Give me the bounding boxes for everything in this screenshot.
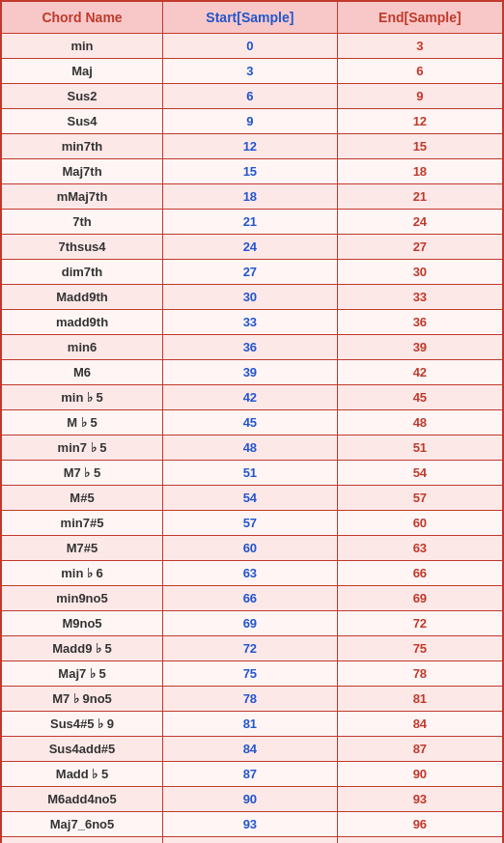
table-row: mMaj7th1821	[1, 184, 503, 210]
table-row: M7#56063	[1, 536, 503, 561]
chord-name-cell: Sus4add#5	[1, 737, 163, 762]
end-sample-cell: 12	[337, 109, 503, 134]
start-sample-cell: 48	[163, 436, 338, 461]
table-row: M ♭ 54548	[1, 410, 503, 436]
table-row: M6add4no59093	[1, 787, 503, 812]
start-sample-cell: 15	[163, 159, 338, 184]
chord-name-cell: 7thsus4	[1, 235, 163, 260]
end-sample-cell: 21	[337, 184, 503, 210]
chord-name-cell: min7th	[1, 134, 163, 159]
chord-name-cell: min6	[1, 335, 163, 360]
chord-name-cell: min7#5	[1, 511, 163, 536]
table-row: Maj9no59699	[1, 837, 503, 844]
chord-name-cell: M7#5	[1, 536, 163, 561]
end-sample-cell: 87	[337, 737, 503, 762]
start-sample-cell: 3	[163, 59, 338, 84]
table-row: madd9th3336	[1, 310, 503, 335]
end-sample-cell: 18	[337, 159, 503, 184]
chord-name-cell: Maj7_6no5	[1, 812, 163, 837]
chord-name-cell: min ♭ 5	[1, 385, 163, 410]
chord-name-cell: Madd9th	[1, 285, 163, 310]
end-sample-cell: 33	[337, 285, 503, 310]
table-row: Sus4912	[1, 109, 503, 134]
start-sample-cell: 87	[163, 762, 338, 787]
end-sample-cell: 66	[337, 561, 503, 586]
start-sample-cell: 66	[163, 586, 338, 611]
chord-name-cell: Maj	[1, 59, 163, 84]
table-row: M7 ♭ 55154	[1, 461, 503, 486]
table-row: 7th2124	[1, 210, 503, 235]
end-sample-cell: 63	[337, 536, 503, 561]
end-sample-cell: 93	[337, 787, 503, 812]
end-sample-cell: 81	[337, 687, 503, 712]
chord-name-cell: Sus4#5 ♭ 9	[1, 712, 163, 737]
table-row: Madd9 ♭ 57275	[1, 636, 503, 661]
chord-name-cell: M7 ♭ 9no5	[1, 687, 163, 712]
table-row: Madd9th3033	[1, 285, 503, 310]
start-sample-cell: 6	[163, 84, 338, 109]
chord-name-cell: Maj7th	[1, 159, 163, 184]
start-sample-cell: 54	[163, 486, 338, 511]
start-sample-cell: 93	[163, 812, 338, 837]
chord-name-cell: madd9th	[1, 310, 163, 335]
table-row: Madd ♭ 58790	[1, 762, 503, 787]
end-sample-cell: 42	[337, 360, 503, 385]
start-sample-cell: 90	[163, 787, 338, 812]
table-row: M#55457	[1, 486, 503, 511]
end-sample-cell: 75	[337, 636, 503, 661]
start-sample-cell: 84	[163, 737, 338, 762]
table-row: dim7th2730	[1, 260, 503, 285]
chord-name-cell: M6add4no5	[1, 787, 163, 812]
start-sample-cell: 57	[163, 511, 338, 536]
chord-name-cell: min9no5	[1, 586, 163, 611]
table-row: min7 ♭ 54851	[1, 436, 503, 461]
start-sample-cell: 9	[163, 109, 338, 134]
chord-name-cell: M ♭ 5	[1, 410, 163, 436]
header-end-sample: End[Sample]	[337, 1, 503, 34]
end-sample-cell: 54	[337, 461, 503, 486]
table-row: M63942	[1, 360, 503, 385]
chord-name-cell: min	[1, 34, 163, 59]
table-row: min ♭ 66366	[1, 561, 503, 586]
table-row: min9no56669	[1, 586, 503, 611]
start-sample-cell: 96	[163, 837, 338, 844]
end-sample-cell: 57	[337, 486, 503, 511]
chord-name-cell: dim7th	[1, 260, 163, 285]
chord-name-cell: M6	[1, 360, 163, 385]
start-sample-cell: 24	[163, 235, 338, 260]
start-sample-cell: 12	[163, 134, 338, 159]
table-row: Sus4add#58487	[1, 737, 503, 762]
start-sample-cell: 81	[163, 712, 338, 737]
end-sample-cell: 36	[337, 310, 503, 335]
start-sample-cell: 18	[163, 184, 338, 210]
start-sample-cell: 72	[163, 636, 338, 661]
end-sample-cell: 15	[337, 134, 503, 159]
start-sample-cell: 36	[163, 335, 338, 360]
table-row: M7 ♭ 9no57881	[1, 687, 503, 712]
table-row: Sus4#5 ♭ 98184	[1, 712, 503, 737]
start-sample-cell: 60	[163, 536, 338, 561]
table-row: min7th1215	[1, 134, 503, 159]
table-row: Maj7_6no59396	[1, 812, 503, 837]
end-sample-cell: 9	[337, 84, 503, 109]
chord-name-cell: Maj7 ♭ 5	[1, 661, 163, 687]
end-sample-cell: 90	[337, 762, 503, 787]
table-row: Maj36	[1, 59, 503, 84]
chord-name-cell: M7 ♭ 5	[1, 461, 163, 486]
chord-name-cell: Maj9no5	[1, 837, 163, 844]
chord-name-cell: M#5	[1, 486, 163, 511]
end-sample-cell: 27	[337, 235, 503, 260]
chord-name-cell: Madd9 ♭ 5	[1, 636, 163, 661]
end-sample-cell: 24	[337, 210, 503, 235]
table-row: 7thsus42427	[1, 235, 503, 260]
chord-table: Chord Name Start[Sample] End[Sample] min…	[0, 0, 504, 843]
end-sample-cell: 84	[337, 712, 503, 737]
end-sample-cell: 45	[337, 385, 503, 410]
table-row: min7#55760	[1, 511, 503, 536]
header-start-sample: Start[Sample]	[163, 1, 338, 34]
table-row: Maj7 ♭ 57578	[1, 661, 503, 687]
table-row: min63639	[1, 335, 503, 360]
end-sample-cell: 39	[337, 335, 503, 360]
chord-name-cell: min7 ♭ 5	[1, 436, 163, 461]
chord-name-cell: Sus2	[1, 84, 163, 109]
